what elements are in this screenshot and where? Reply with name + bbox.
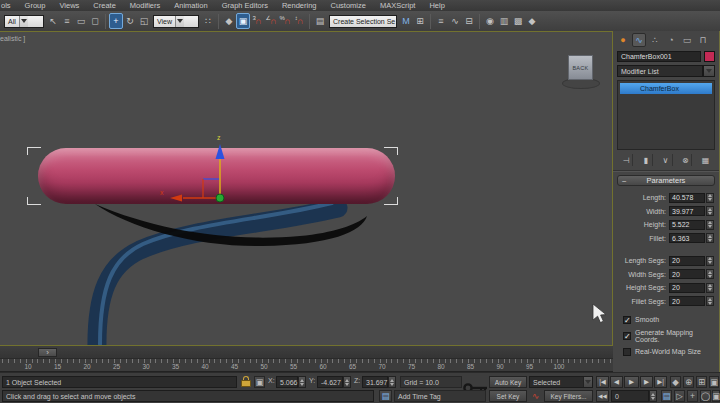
gizmo-z-arrowhead[interactable] [216,144,225,159]
width-field[interactable]: 39.977 [669,206,705,216]
menu-customize[interactable]: Customize [324,1,373,10]
fillet-spinner[interactable] [706,233,714,243]
auto-key-button[interactable]: Auto Key [489,376,527,388]
time-slider-track[interactable] [0,346,613,359]
layer-manager-button[interactable]: ≡ [434,13,448,29]
zoom-region-button[interactable]: ▷ [674,390,685,402]
goto-start-button[interactable]: |◀ [596,376,609,388]
z-coord-field[interactable]: 31.697 [362,376,388,388]
y-coord-field[interactable]: -4.627 [317,376,343,388]
keyboard-override-button[interactable]: ▤ [313,13,327,29]
length-segs-spinner[interactable] [706,256,714,266]
tab-create[interactable]: ● [616,33,630,47]
maximize-viewport-button[interactable]: ▣ [712,390,720,402]
select-and-scale-button[interactable]: ◱ [137,13,151,29]
dropdown-arrow-icon[interactable] [19,16,28,27]
zoom-extents-button[interactable]: ▣ [709,376,719,388]
key-mode-toggle-button[interactable]: ◆ [670,376,681,388]
schematic-view-button[interactable]: ⊟ [462,13,476,29]
length-segs-field[interactable]: 20 [669,256,705,266]
snaps-toggle-3d-button[interactable]: 3∩ [250,13,264,29]
fillet-segs-spinner[interactable] [706,296,714,306]
generate-mapping-coords-checkbox[interactable] [623,332,631,340]
height-segs-field[interactable]: 20 [669,283,705,293]
previous-frame-button[interactable]: ◀ [610,376,623,388]
timeline-ruler[interactable]: 101520253035404550556065707580859095100 [0,359,613,372]
zoom-all-button[interactable]: ⊞ [696,376,707,388]
real-world-map-size-checkbox[interactable] [623,348,631,356]
parameters-rollout-header[interactable]: − Parameters [617,175,715,186]
orbit-button[interactable]: ◯ [700,390,711,402]
menu-rendering[interactable]: Rendering [275,1,324,10]
z-coord-spinner[interactable] [388,376,396,388]
tab-display[interactable]: ▭ [680,33,694,47]
object-name-field[interactable]: ChamferBox001 [617,51,701,62]
length-spinner[interactable] [706,193,714,203]
menu-help[interactable]: Help [422,1,451,10]
material-editor-button[interactable]: ◉ [483,13,497,29]
gizmo-x-arrowhead[interactable] [170,195,182,202]
stack-item-chamferbox[interactable]: ChamferBox [620,83,712,94]
tab-hierarchy[interactable]: ∴ [648,33,662,47]
menu-graph-editors[interactable]: Graph Editors [215,1,275,10]
modifier-list-dropdown[interactable]: Modifier List [617,65,703,77]
select-and-rotate-button[interactable]: ↻ [123,13,137,29]
absolute-mode-button[interactable]: ▣ [254,376,265,388]
modifier-list-arrow-icon[interactable] [703,65,715,77]
time-slider-handle[interactable] [38,348,57,357]
length-field[interactable]: 40.578 [669,193,705,203]
time-tag-button[interactable]: ▤ [379,390,392,402]
window-crossing-button[interactable]: ◻ [88,13,102,29]
width-spinner[interactable] [706,206,714,216]
previous-key-button[interactable]: ◀◀ [596,390,609,402]
fillet-field[interactable]: 6.363 [669,233,705,243]
reference-coordinate-dropdown[interactable]: View [153,15,199,28]
height-field[interactable]: 5.522 [669,220,705,230]
selection-filter-dropdown[interactable]: All [4,15,44,28]
spinner-snap-button[interactable]: ↕∩ [292,13,306,29]
menu-views[interactable]: Views [52,1,86,10]
height-segs-spinner[interactable] [706,283,714,293]
viewport-shading-label[interactable]: ealistic ] [0,35,25,42]
key-filters-button[interactable]: Key Filters... [544,390,593,402]
modifier-stack[interactable]: ChamferBox [617,80,715,150]
mirror-button[interactable]: M [399,13,413,29]
show-end-result-button[interactable]: ▮ [640,154,653,166]
selection-region-button[interactable]: ▭ [74,13,88,29]
configure-modifier-sets-button[interactable]: ▦ [699,154,712,166]
render-setup-button[interactable]: ▥ [497,13,511,29]
play-button[interactable]: ▶ [624,376,639,388]
width-segs-spinner[interactable] [706,269,714,279]
smooth-checkbox[interactable] [623,316,631,324]
select-object-button[interactable]: ↖ [46,13,60,29]
percent-snap-button[interactable]: %∩ [278,13,292,29]
snap-toggle-button[interactable]: ▣ [236,13,250,29]
menu-maxscript[interactable]: MAXScript [373,1,422,10]
next-frame-button[interactable]: ▶ [640,376,653,388]
set-key-button[interactable]: Set Key [489,390,527,402]
named-selection-set-dropdown[interactable]: Create Selection Se [329,15,397,28]
fillet-segs-field[interactable]: 20 [669,296,705,306]
menu-modifiers[interactable]: Modifiers [123,1,167,10]
tab-modify[interactable]: ∿ [632,33,646,47]
add-time-tag-field[interactable]: Add Time Tag [394,390,486,402]
use-center-button[interactable]: ∷ [201,13,215,29]
tab-motion[interactable]: ◔ [664,33,678,47]
x-coord-spinner[interactable] [298,376,306,388]
set-key-curve-button[interactable]: ∿ [529,390,542,402]
dropdown-arrow-icon[interactable] [583,377,592,387]
goto-end-button[interactable]: ▶| [654,376,667,388]
align-button[interactable]: ⊞ [413,13,427,29]
menu-group[interactable]: Group [18,1,53,10]
x-coord-field[interactable]: 5.066 [276,376,298,388]
select-by-name-button[interactable]: ≡ [60,13,74,29]
remove-modifier-button[interactable]: ⊗ [679,154,692,166]
pin-stack-button[interactable]: ⊣ [620,154,633,166]
viewcube-face[interactable]: BACK [568,55,593,80]
curve-editor-button[interactable]: ∿ [448,13,462,29]
time-configuration-button[interactable]: ▤ [661,390,672,402]
object-color-swatch[interactable] [704,51,715,62]
perspective-viewport[interactable]: ealistic ] z x BACK [0,31,613,346]
zoom-button[interactable]: ⊕ [683,376,694,388]
width-segs-field[interactable]: 20 [669,269,705,279]
